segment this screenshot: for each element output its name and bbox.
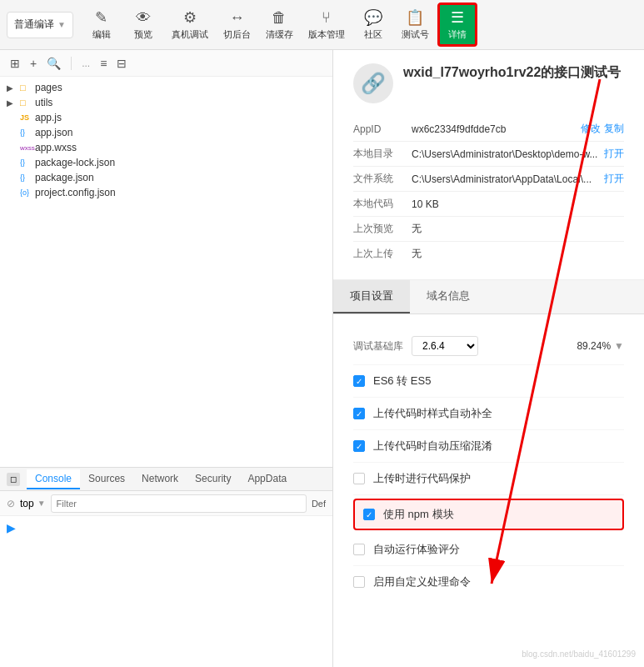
app-header: 🔗 wxid_l77woyrho1rv22的接口测试号 [353,63,624,103]
console-mode-icon[interactable]: ◻ [7,473,20,486]
tree-item-label: pages [35,82,62,93]
right-panel: 🔗 wxid_l77woyrho1rv22的接口测试号 AppID wx6c23… [333,50,644,667]
appid-copy-link[interactable]: 复制 [604,122,624,136]
toolbar-cutback[interactable]: ↔ 切后台 [217,6,257,44]
checkbox-style-label: 上传代码时样式自动补全 [373,406,492,421]
list-item[interactable]: ▶ {o} project.config.json [0,185,332,200]
checkbox-autorun[interactable] [353,544,365,555]
compile-select-label: 普通编译 [14,18,54,32]
toolbar-detail-label: 详情 [448,28,467,41]
json-file-icon: {} [20,173,32,182]
toolbar-test[interactable]: 📋 测试号 [395,5,436,44]
compile-select[interactable]: 普通编译 ▼ [7,12,73,38]
info-label: AppID [353,123,412,135]
toolbar-edit-label: 编辑 [92,28,111,41]
list-item: 文件系统 C:\Users\Administrator\AppData\Loca… [353,167,624,192]
main-toolbar: 普通编译 ▼ ✎ 编辑 👁 预览 ⚙ 真机调试 ↔ 切后台 🗑 清缓存 ⑂ 版本… [0,0,644,50]
checkbox-minify[interactable] [353,440,365,452]
scope-label: top [20,498,34,509]
toolbar-separator [71,57,72,70]
checkbox-custom-row: 启用自定义处理命令 [353,566,624,598]
list-item[interactable]: ▶ □ pages [0,80,332,95]
info-label: 本地目录 [353,147,412,161]
toolbar-test-label: 测试号 [402,28,429,41]
toolbar-edit[interactable]: ✎ 编辑 [82,5,122,44]
filetree-search-icon[interactable]: 🔍 [43,55,64,72]
tree-item-label: package.json [35,172,94,183]
filetree-add-icon[interactable]: + [27,55,40,72]
app-name: wxid_l77woyrho1rv22的接口测试号 [403,63,621,82]
list-item: 本地代码 10 KB [353,192,624,217]
toolbar-preview[interactable]: 👁 预览 [123,6,163,44]
checkbox-minify-row: 上传代码时自动压缩混淆 [353,430,624,463]
folder-icon: □ [20,98,32,108]
checkbox-es6[interactable] [353,375,365,387]
tab-security[interactable]: Security [187,469,239,489]
info-value: C:\Users\Administrator\AppData\Local\... [412,173,601,185]
appid-modify-link[interactable]: 修改 [581,122,601,136]
tab-sources[interactable]: Sources [80,469,133,489]
list-item[interactable]: ▶ wxss app.wxss [0,140,332,155]
console-default-btn[interactable]: Def [312,499,326,509]
checkbox-es6-label: ES6 转 ES5 [373,374,431,389]
checkbox-protect[interactable] [353,473,365,484]
js-file-icon: JS [20,113,32,122]
list-item[interactable]: ▶ JS app.js [0,110,332,125]
list-item[interactable]: ▶ {} package-lock.json [0,155,332,170]
test-icon: 📋 [406,8,424,27]
info-value: 无 [412,247,624,261]
localdir-open-link[interactable]: 打开 [604,147,624,161]
checkbox-autorun-label: 自动运行体验评分 [373,542,460,557]
version-icon: ⑂ [322,9,331,27]
filetree-more-icon[interactable]: ... [78,56,93,71]
filetree-format-icon[interactable]: ≡ [97,55,110,72]
console-filter-input[interactable] [51,494,307,513]
console-body: ▶ [0,516,332,667]
info-value: wx6c2334f9dfdde7cb [412,123,577,135]
list-item[interactable]: ▶ {} package.json [0,170,332,185]
info-value: 10 KB [412,198,624,210]
sidebar-toggle-icon[interactable]: ⊞ [7,55,23,72]
checkbox-protect-label: 上传时进行代码保护 [373,471,471,486]
tree-item-label: app.wxss [35,142,77,153]
filesystem-open-link[interactable]: 打开 [604,172,624,186]
console-stop-icon[interactable]: ⊘ [7,498,15,509]
tab-console[interactable]: Console [27,469,80,489]
console-expand-arrow[interactable]: ▶ [7,519,326,536]
toolbar-community[interactable]: 💬 社区 [353,5,393,44]
checkbox-npm[interactable] [363,509,375,520]
checkbox-npm-label: 使用 npm 模块 [383,507,454,522]
checkbox-style[interactable] [353,408,365,419]
toolbar-clearcache-label: 清缓存 [266,28,293,41]
toolbar-realdevice[interactable]: ⚙ 真机调试 [165,5,215,44]
tab-appdata[interactable]: AppData [239,469,295,489]
toolbar-versionmgr[interactable]: ⑂ 版本管理 [302,6,352,44]
tree-item-label: app.js [35,112,62,123]
version-select[interactable]: 2.6.4 [412,336,478,356]
info-label: 上次上传 [353,247,412,261]
checkbox-autorun-row: 自动运行体验评分 [353,534,624,566]
toolbar-clearcache[interactable]: 🗑 清缓存 [259,6,300,44]
avatar: 🔗 [353,63,393,103]
toolbar-detail[interactable]: ☰ 详情 [437,3,477,47]
wxss-file-icon: wxss [20,144,32,152]
checkbox-custom[interactable] [353,576,365,588]
tab-project-settings[interactable]: 项目设置 [333,280,410,313]
console-tabs: ◻ Console Sources Network Security AppDa… [0,468,332,491]
list-item[interactable]: ▶ □ utils [0,95,332,110]
console-filter-bar: ⊘ top ▼ Def [0,491,332,516]
info-table: AppID wx6c2334f9dfdde7cb 修改 复制 本地目录 C:\U… [353,117,624,266]
avatar-icon: 🔗 [361,72,386,95]
toolbar-versionmgr-label: 版本管理 [308,28,345,41]
community-icon: 💬 [364,8,382,27]
tab-network[interactable]: Network [133,469,187,489]
tab-domain-info[interactable]: 域名信息 [410,280,487,313]
list-item: 上次上传 无 [353,242,624,266]
scope-select[interactable]: top ▼ [20,498,46,509]
version-label: 调试基础库 [353,339,412,354]
checkbox-style-row: 上传代码时样式自动补全 [353,398,624,430]
filetree: ▶ □ pages ▶ □ utils ▶ JS app.js ▶ {} app… [0,77,332,467]
filetree-collapse-icon[interactable]: ⊟ [113,55,130,72]
version-dropdown-icon[interactable]: ▼ [614,340,624,352]
list-item[interactable]: ▶ {} app.json [0,125,332,140]
